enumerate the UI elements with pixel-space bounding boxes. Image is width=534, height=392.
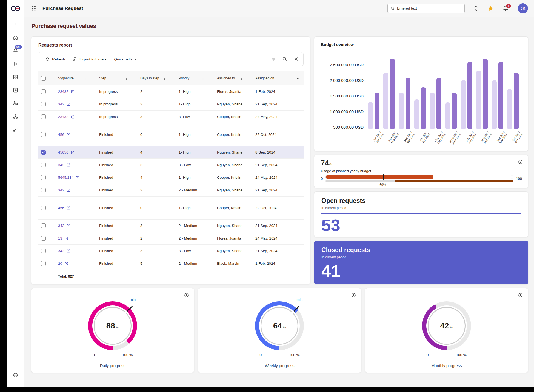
sygnature-link[interactable]: 342 — [58, 188, 64, 192]
app-window: Purchase Request Entered text 1 JK — [7, 0, 534, 387]
select-all-checkbox[interactable] — [41, 76, 46, 81]
column-header-priority[interactable]: Priority — [170, 76, 209, 80]
info-icon[interactable] — [518, 293, 523, 298]
favorites-star-icon[interactable] — [487, 5, 494, 12]
info-icon[interactable] — [351, 293, 356, 298]
sygnature-link[interactable]: 456 — [58, 132, 64, 137]
table-row[interactable]: 342Finished32 - MediumNguyen, Shane21 Se… — [38, 220, 304, 232]
row-checkbox[interactable] — [41, 163, 46, 167]
info-icon[interactable] — [184, 293, 189, 298]
column-menu-kebab-icon[interactable] — [124, 76, 128, 80]
sort-chevron-down-icon[interactable] — [296, 76, 300, 80]
report-toolbar: Refresh Export to Excela Quick path — [38, 52, 304, 66]
bar-group-may — [430, 78, 441, 129]
table-search-icon[interactable] — [282, 57, 287, 62]
external-link-icon — [70, 115, 75, 119]
notifications-bell-icon[interactable]: 1 — [502, 5, 509, 12]
sidebar-apps-grid-icon[interactable] — [12, 74, 18, 80]
table-row[interactable]: 5645/234Finished41- HighCooper, Kristin2… — [38, 171, 304, 184]
row-checkbox[interactable] — [41, 89, 46, 94]
sygnature-link[interactable]: 23432 — [58, 90, 68, 94]
column-menu-kebab-icon[interactable] — [83, 76, 87, 80]
cell-step: Finished — [91, 175, 132, 180]
cell-days-in-step: 3 — [132, 249, 170, 253]
sidebar-play-icon[interactable] — [12, 61, 18, 67]
sidebar-home-icon[interactable] — [12, 34, 18, 41]
sygnature-link[interactable]: 5645/234 — [58, 175, 73, 180]
row-checkbox[interactable] — [41, 132, 46, 137]
sidebar-org-chart-icon[interactable] — [12, 113, 18, 119]
waffle-icon[interactable] — [30, 5, 38, 12]
table-row[interactable]: 20Finished52 - MediumBlack, Marvin1 Feb,… — [38, 257, 304, 270]
cell-assigned-to: Nguyen, Shane — [209, 102, 247, 106]
cell-days-in-step: 3 — [132, 163, 170, 167]
filter-icon[interactable] — [271, 57, 276, 62]
column-header-assigned-on[interactable]: Assigned on — [247, 76, 304, 80]
table-row[interactable]: 342In progress31- HighNguyen, Shane21 Se… — [38, 98, 304, 111]
info-icon[interactable] — [518, 159, 523, 165]
sidebar-expand-chevron-icon[interactable] — [12, 21, 18, 27]
sidebar-flow-icon[interactable] — [12, 126, 18, 132]
table-row[interactable]: 456Finished01- HighCooper, Kristin22 Oct… — [38, 123, 304, 146]
sygnature-link[interactable]: 456 — [58, 206, 64, 210]
table-row[interactable]: 13Finished22 - MediumFlores, Juanita24 M… — [38, 232, 304, 245]
row-checkbox[interactable] — [41, 175, 46, 180]
table-row[interactable]: 23432In progress21- HighFlores, Juanita1… — [38, 85, 304, 98]
row-checkbox[interactable] — [41, 249, 46, 253]
y-axis-tick-label: 2 000 000.00 USD — [330, 78, 364, 83]
row-checkbox[interactable] — [41, 102, 46, 106]
table-row[interactable]: 342Finished33 - LowNguyen, Shane21 Sep, … — [38, 245, 304, 257]
table-row[interactable]: 45656Finished41- HighNguyen, Shane8 Sep,… — [38, 146, 304, 159]
column-header-assigned-to[interactable]: Assigned to — [209, 76, 247, 80]
external-link-icon — [66, 188, 71, 192]
column-menu-kebab-icon[interactable] — [239, 76, 243, 80]
sygnature-link[interactable]: 342 — [58, 102, 64, 106]
search-input[interactable]: Entered text — [387, 4, 465, 13]
table-row[interactable]: 456Finished01- HighCooper, Kristin22 Oct… — [38, 197, 304, 220]
cell-assigned-to: Black, Marvin — [209, 261, 247, 266]
row-checkbox[interactable] — [41, 150, 46, 155]
table-row[interactable]: 342Finished33 - LowNguyen, Shane21 Sep, … — [38, 159, 304, 171]
table-row[interactable]: 23432In progress33- LowCooper, Kristin24… — [38, 111, 304, 123]
sygnature-link[interactable]: 45656 — [58, 150, 68, 154]
row-checkbox[interactable] — [41, 261, 46, 266]
sygnature-link[interactable]: 13 — [58, 236, 62, 240]
cell-assigned-to: Cooper, Kristin — [209, 175, 247, 180]
sygnature-link[interactable]: 342 — [58, 224, 64, 228]
refresh-button[interactable]: Refresh — [42, 55, 68, 64]
app-logo[interactable] — [7, 0, 24, 17]
budget-overview-title: Budget overview — [321, 42, 521, 47]
gauge-axis-max: 100 % — [122, 353, 133, 357]
row-checkbox[interactable] — [41, 206, 46, 210]
column-header-step[interactable]: Step — [91, 76, 132, 80]
sygnature-link[interactable]: 342 — [58, 249, 64, 253]
column-menu-kebab-icon[interactable] — [201, 76, 205, 80]
sidebar-globe-icon[interactable] — [12, 372, 18, 378]
cell-assigned-on: 1 Feb, 2024 — [247, 261, 304, 266]
sidebar-contacts-icon[interactable] — [12, 100, 18, 106]
cell-assigned-on: 1 Feb, 2024 — [247, 90, 304, 94]
sygnature-link[interactable]: 20 — [58, 261, 62, 266]
cell-assigned-on: 21 Sep, 2024 — [247, 224, 304, 228]
column-header-days-in-step[interactable]: Days in step — [132, 76, 170, 80]
avatar[interactable]: JK — [518, 3, 528, 13]
row-checkbox[interactable] — [41, 236, 46, 241]
row-checkbox[interactable] — [41, 188, 46, 192]
column-header-sygnature[interactable]: Sygnature — [50, 76, 91, 80]
settings-gear-icon[interactable] — [293, 56, 299, 62]
sidebar-reports-chart-icon[interactable] — [12, 87, 18, 93]
sidebar-notifications-icon[interactable]: 99+ — [12, 48, 18, 54]
sygnature-link[interactable]: 342 — [58, 163, 64, 167]
sygnature-link[interactable]: 23432 — [58, 115, 68, 119]
quick-path-dropdown[interactable]: Quick path — [111, 55, 141, 63]
row-checkbox[interactable] — [41, 114, 46, 119]
bar-2023-june — [445, 102, 450, 129]
column-menu-kebab-icon[interactable] — [163, 76, 167, 80]
table-total: Total: 627 — [38, 270, 304, 284]
row-checkbox[interactable] — [41, 223, 46, 228]
top-bar: Purchase Request Entered text 1 JK — [7, 0, 534, 17]
cell-step: Finished — [91, 163, 132, 167]
export-to-excel-button[interactable]: Export to Excela — [69, 55, 110, 64]
table-row[interactable]: 342Finished32 - MediumNguyen, Shane21 Se… — [38, 184, 304, 197]
accessibility-icon[interactable] — [472, 5, 479, 12]
